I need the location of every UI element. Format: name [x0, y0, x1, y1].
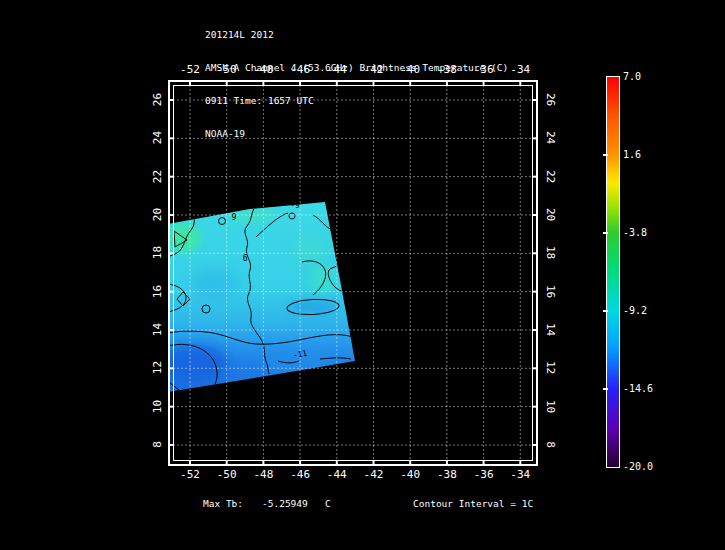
lat-tick-label-left: 10: [151, 395, 164, 417]
max-tb-unit: C: [325, 498, 331, 509]
lat-tick-label-right: 14: [544, 318, 557, 340]
lat-tick-label-left: 24: [151, 127, 164, 149]
colorbar-tick-label: -14.6: [623, 383, 653, 394]
lon-tick-label-top: -44: [320, 63, 354, 76]
lat-tick-label-right: 20: [544, 203, 557, 225]
max-tb-label: Max Tb:: [203, 498, 243, 509]
colorbar-tick-label: -9.2: [623, 305, 647, 316]
colorbar-tick-mark: [603, 388, 608, 390]
lon-tick-label-bottom: -50: [210, 468, 244, 481]
contour-value-label: 6: [236, 255, 254, 263]
lat-tick-label-left: 20: [151, 203, 164, 225]
lat-tick-label-left: 8: [151, 433, 164, 455]
max-tb-value: -5.25949: [262, 498, 308, 509]
contour-value-label: 9: [225, 214, 243, 222]
lon-tick-label-bottom: -46: [283, 468, 317, 481]
colorbar-tick-label: 1.6: [623, 149, 641, 160]
contour-interval-text: Contour Interval = 1C: [413, 498, 533, 509]
colorbar-tick-label: -3.8: [623, 227, 647, 238]
contour-value-label: -9: [286, 202, 304, 210]
lat-tick-label-left: 26: [151, 89, 164, 111]
colorbar-tick-label: -20.0: [623, 461, 653, 472]
lat-tick-label-left: 12: [151, 357, 164, 379]
lat-tick-label-right: 8: [544, 433, 557, 455]
lon-tick-label-top: -48: [246, 63, 280, 76]
lon-tick-label-bottom: -42: [357, 468, 391, 481]
colorbar-tick-mark: [603, 310, 608, 312]
lat-tick-label-left: 16: [151, 280, 164, 302]
lon-tick-label-top: -40: [393, 63, 427, 76]
lat-tick-label-left: 18: [151, 242, 164, 264]
colorbar-tick-label: 7.0: [623, 71, 641, 82]
lon-tick-label-bottom: -36: [467, 468, 501, 481]
lon-tick-label-bottom: -38: [430, 468, 464, 481]
lon-tick-label-top: -36: [467, 63, 501, 76]
colorbar-tick-mark: [603, 232, 608, 234]
plot-canvas: 201214L 2012 AMSU-A Channel 4 (53.6GHz) …: [0, 0, 725, 550]
lat-tick-label-right: 18: [544, 242, 557, 264]
lon-tick-label-top: -34: [503, 63, 537, 76]
lat-tick-label-left: 22: [151, 165, 164, 187]
lat-tick-label-right: 16: [544, 280, 557, 302]
lat-tick-label-right: 10: [544, 395, 557, 417]
colorbar: [606, 76, 620, 468]
lat-tick-label-right: 12: [544, 357, 557, 379]
satellite-swath: [157, 202, 355, 393]
lon-tick-label-bottom: -34: [503, 468, 537, 481]
lon-tick-label-top: -52: [173, 63, 207, 76]
lat-tick-label-left: 14: [151, 318, 164, 340]
lat-tick-label-right: 26: [544, 89, 557, 111]
lon-tick-label-top: -46: [283, 63, 317, 76]
lon-tick-label-top: -42: [357, 63, 391, 76]
lon-tick-label-bottom: -48: [246, 468, 280, 481]
lon-tick-label-bottom: -44: [320, 468, 354, 481]
lon-tick-label-top: -50: [210, 63, 244, 76]
lon-tick-label-bottom: -40: [393, 468, 427, 481]
colorbar-tick-mark: [603, 154, 608, 156]
lat-tick-label-right: 24: [544, 127, 557, 149]
lat-tick-label-right: 22: [544, 165, 557, 187]
lon-tick-label-top: -38: [430, 63, 464, 76]
lon-tick-label-bottom: -52: [173, 468, 207, 481]
